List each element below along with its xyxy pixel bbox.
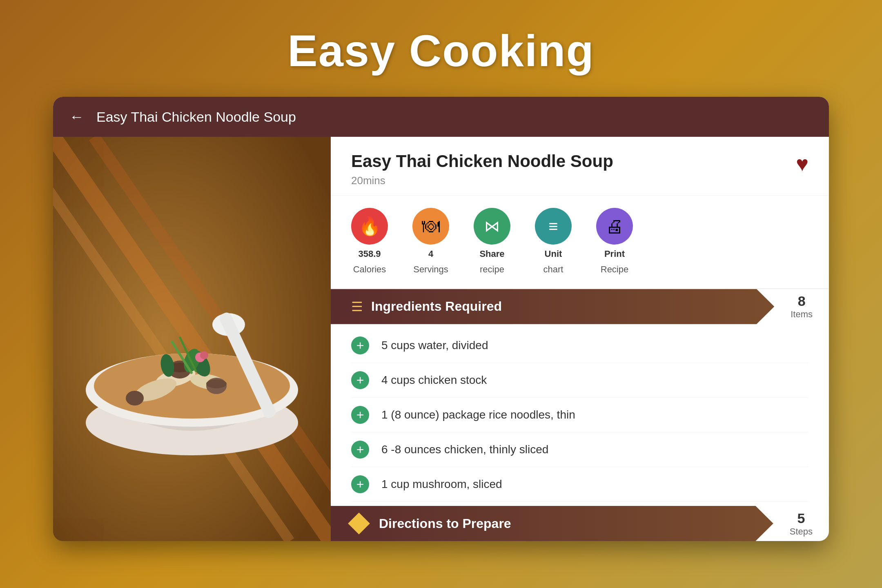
directions-count: 5 [797, 510, 805, 526]
ingredient-item: + 1 (8 ounce) package rice noodles, thin [351, 398, 808, 432]
header-page-title: Easy Thai Chicken Noodle Soup [96, 109, 296, 125]
ingredient-item: + 2 cups spinach [351, 502, 808, 506]
share-label: recipe [480, 263, 504, 276]
stats-row: 🔥 358.9 Calories 🍽 4 Servings ⋈ [331, 196, 829, 289]
recipe-time: 20mins [351, 174, 796, 187]
unit-chart-value: Unit [545, 249, 562, 259]
svg-point-16 [126, 391, 144, 405]
add-ingredient-4-button[interactable]: + [351, 441, 369, 459]
calories-icon-circle[interactable]: 🔥 [351, 208, 388, 245]
calories-label: Calories [353, 263, 386, 276]
stat-share: ⋈ Share recipe [474, 208, 510, 276]
directions-header-left: Directions to Prepare [351, 516, 511, 531]
right-panel: Easy Thai Chicken Noodle Soup 20mins ♥ 🔥… [331, 137, 829, 541]
ingredient-item: + 4 cups chicken stock [351, 363, 808, 398]
recipe-title-section: Easy Thai Chicken Noodle Soup 20mins [351, 151, 796, 187]
servings-label: Servings [413, 263, 448, 276]
stat-unit-chart: ≡ Unit chart [535, 208, 572, 276]
favorite-button[interactable]: ♥ [796, 151, 808, 176]
app-card: ← Easy Thai Chicken Noodle Soup [53, 97, 829, 541]
add-ingredient-1-button[interactable]: + [351, 336, 369, 354]
print-value: Print [604, 249, 625, 259]
share-icon: ⋈ [484, 217, 500, 235]
food-image [53, 137, 331, 541]
diamond-icon [348, 512, 370, 535]
fire-icon: 🔥 [359, 216, 381, 237]
recipe-header: Easy Thai Chicken Noodle Soup 20mins ♥ [331, 137, 829, 196]
back-button[interactable]: ← [69, 108, 84, 125]
share-value: Share [479, 249, 504, 259]
unit-chart-icon-circle[interactable]: ≡ [535, 208, 572, 245]
ingredients-count-label: Items [791, 309, 813, 320]
ingredient-item: + 6 -8 ounces chicken, thinly sliced [351, 432, 808, 467]
svg-point-25 [200, 351, 208, 359]
ingredients-section-header: ☰ Ingredients Required [331, 289, 774, 324]
ingredient-item: + 1 cup mushroom, sliced [351, 467, 808, 502]
ingredients-count: 8 [798, 293, 806, 309]
print-label: Recipe [601, 263, 628, 276]
header-bar: ← Easy Thai Chicken Noodle Soup [53, 97, 829, 137]
plate-icon: 🍽 [422, 216, 440, 236]
directions-section-header[interactable]: Directions to Prepare [331, 506, 773, 541]
share-icon-circle[interactable]: ⋈ [474, 208, 510, 245]
svg-point-15 [206, 379, 227, 388]
ingredients-header-left: ☰ Ingredients Required [351, 299, 502, 314]
directions-steps-label: Steps [790, 526, 813, 537]
calories-value: 358.9 [358, 249, 381, 259]
ingredient-3-text: 1 (8 ounce) package rice noodles, thin [381, 408, 575, 421]
print-icon: 🖨 [606, 216, 624, 236]
servings-icon-circle[interactable]: 🍽 [412, 208, 449, 245]
stat-servings: 🍽 4 Servings [412, 208, 449, 276]
ingredient-4-text: 6 -8 ounces chicken, thinly sliced [381, 443, 548, 456]
ingredient-2-text: 4 cups chicken stock [381, 374, 487, 387]
add-ingredient-5-button[interactable]: + [351, 475, 369, 493]
servings-value: 4 [428, 249, 433, 259]
ingredients-list: + 5 cups water, divided + 4 cups chicken… [331, 324, 829, 506]
chart-icon: ≡ [548, 217, 558, 236]
ingredients-header-title: Ingredients Required [371, 299, 502, 314]
directions-title: Directions to Prepare [379, 516, 511, 531]
ingredient-item: + 5 cups water, divided [351, 328, 808, 363]
ingredients-list-icon: ☰ [351, 299, 363, 314]
main-content: Easy Thai Chicken Noodle Soup 20mins ♥ 🔥… [53, 137, 829, 541]
stat-print: 🖨 Print Recipe [596, 208, 633, 276]
add-ingredient-2-button[interactable]: + [351, 371, 369, 389]
unit-chart-label: chart [543, 263, 564, 276]
recipe-title: Easy Thai Chicken Noodle Soup [351, 151, 796, 171]
print-icon-circle[interactable]: 🖨 [596, 208, 633, 245]
stat-calories: 🔥 358.9 Calories [351, 208, 388, 276]
ingredient-1-text: 5 cups water, divided [381, 339, 488, 352]
app-title: Easy Cooking [287, 24, 594, 76]
add-ingredient-3-button[interactable]: + [351, 406, 369, 424]
ingredient-5-text: 1 cup mushroom, sliced [381, 478, 502, 491]
